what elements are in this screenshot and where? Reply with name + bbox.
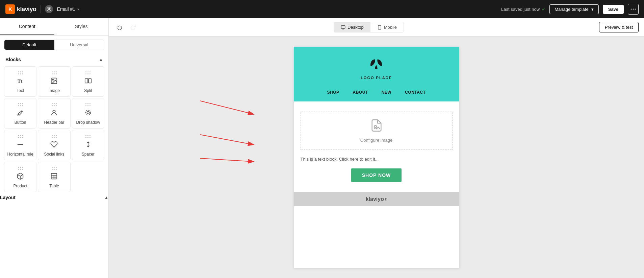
nav-left: K klaviyo Email #1 ▾ xyxy=(5,4,79,14)
manage-template-label: Manage template xyxy=(555,7,588,12)
email-title[interactable]: Email #1 ▾ xyxy=(57,6,79,12)
layout-section-title: Layout xyxy=(0,195,16,200)
editor-toolbar: Desktop Mobile Preview & test xyxy=(109,18,644,37)
block-product-label: Product xyxy=(13,184,27,188)
panel-tabs: Content Styles xyxy=(0,18,108,36)
block-image-label: Image xyxy=(49,88,60,93)
block-drop-shadow-label: Drop shadow xyxy=(76,120,100,125)
drag-handle-dots xyxy=(85,103,91,106)
device-toggle: Desktop Mobile xyxy=(334,22,404,32)
block-horizontal-rule[interactable]: Horizontal rule xyxy=(4,130,36,160)
drag-handle-dots xyxy=(85,135,91,138)
nav-item-about[interactable]: ABOUT xyxy=(353,90,368,95)
drag-handle-dots xyxy=(52,103,57,106)
nav-item-shop[interactable]: SHOP xyxy=(327,90,339,95)
mobile-button[interactable]: Mobile xyxy=(370,22,404,32)
left-panel: Content Styles Default Universal Blocks … xyxy=(0,18,109,278)
preview-test-button[interactable]: Preview & test xyxy=(599,22,639,32)
block-drop-shadow[interactable]: Drop shadow xyxy=(72,98,104,129)
undo-button[interactable] xyxy=(114,22,125,33)
svg-text:Tt: Tt xyxy=(18,78,23,84)
block-button[interactable]: Button xyxy=(4,98,36,129)
layout-section-header: Layout ▲ xyxy=(0,193,108,203)
email-text-block[interactable]: This is a text block. Click here to edit… xyxy=(301,155,453,163)
social-links-block-icon xyxy=(50,141,58,150)
mobile-label: Mobile xyxy=(384,25,397,30)
svg-point-2 xyxy=(631,9,632,10)
redo-button[interactable] xyxy=(128,22,138,33)
block-horizontal-rule-label: Horizontal rule xyxy=(7,152,33,157)
email-preview: LOGO PLACE SHOP ABOUT NEW CONTACT xyxy=(294,47,459,268)
product-block-icon xyxy=(17,172,24,182)
block-split[interactable]: Split xyxy=(72,66,104,97)
drag-handle-dots xyxy=(52,167,57,170)
block-product[interactable]: Product xyxy=(4,162,36,192)
email-footer: klaviyo ® xyxy=(294,192,459,206)
block-header-bar[interactable]: Header bar xyxy=(38,98,70,129)
toggle-universal-button[interactable]: Universal xyxy=(54,40,104,50)
nav-item-contact[interactable]: CONTACT xyxy=(405,90,426,95)
split-block-icon xyxy=(84,77,92,86)
desktop-button[interactable]: Desktop xyxy=(334,22,370,32)
block-split-label: Split xyxy=(84,88,92,93)
blocks-grid: Tt Text Image xyxy=(0,65,108,193)
email-navigation: SHOP ABOUT NEW CONTACT xyxy=(294,87,459,101)
center-area: Desktop Mobile Preview & test xyxy=(109,18,644,278)
block-table[interactable]: Table xyxy=(38,162,70,192)
logo-leaves-icon xyxy=(367,57,386,73)
email-logo: LOGO PLACE xyxy=(361,57,392,80)
block-spacer-label: Spacer xyxy=(82,152,95,157)
header-bar-block-icon xyxy=(50,109,58,118)
main-layout: Content Styles Default Universal Blocks … xyxy=(0,18,644,278)
svg-rect-8 xyxy=(85,79,88,83)
svg-line-28 xyxy=(200,101,254,114)
email-header-section: LOGO PLACE xyxy=(294,47,459,87)
configure-image-block[interactable]: Configure image xyxy=(301,112,453,150)
svg-rect-9 xyxy=(88,79,91,83)
toggle-default-button[interactable]: Default xyxy=(4,40,54,50)
top-navigation: K klaviyo Email #1 ▾ Last saved just now… xyxy=(0,0,644,18)
layout-chevron-up-icon[interactable]: ▲ xyxy=(104,195,108,200)
button-block-icon xyxy=(17,109,24,118)
svg-point-11 xyxy=(53,110,55,113)
brand-name: klaviyo xyxy=(17,6,36,13)
svg-point-0 xyxy=(47,7,51,11)
block-text-label: Text xyxy=(17,88,24,93)
brand-logo: K klaviyo xyxy=(5,4,36,14)
tab-styles[interactable]: Styles xyxy=(54,18,109,35)
block-header-bar-label: Header bar xyxy=(44,120,64,125)
logo-icon: K xyxy=(5,4,15,14)
blocks-section-title: Blocks xyxy=(5,57,21,62)
svg-line-30 xyxy=(200,158,254,162)
footer-brand-text: klaviyo xyxy=(366,196,384,202)
svg-point-3 xyxy=(633,9,634,10)
svg-point-12 xyxy=(85,110,91,115)
shop-now-button[interactable]: SHOP NOW xyxy=(351,168,402,182)
image-block-icon xyxy=(50,77,58,86)
klaviyo-footer-logo: klaviyo ® xyxy=(366,196,387,202)
drag-handle-dots xyxy=(85,71,91,74)
drag-handle-dots xyxy=(18,103,23,106)
blocks-chevron-up-icon[interactable]: ▲ xyxy=(99,57,103,62)
desktop-label: Desktop xyxy=(347,25,364,30)
block-social-links[interactable]: Social links xyxy=(38,130,70,160)
tab-content[interactable]: Content xyxy=(0,18,54,35)
nav-separator xyxy=(41,5,41,13)
nav-item-new[interactable]: NEW xyxy=(382,90,392,95)
text-block-icon: Tt xyxy=(17,77,24,86)
drag-handle-dots xyxy=(18,135,23,138)
table-block-icon xyxy=(50,172,58,182)
block-spacer[interactable]: Spacer xyxy=(72,130,104,160)
spacer-block-icon xyxy=(84,141,92,150)
block-image[interactable]: Image xyxy=(38,66,70,97)
drag-handle-dots xyxy=(52,71,57,74)
svg-line-29 xyxy=(200,135,254,145)
block-table-label: Table xyxy=(49,184,59,188)
svg-point-4 xyxy=(635,9,636,10)
manage-template-button[interactable]: Manage template ▾ xyxy=(549,4,598,14)
save-button[interactable]: Save xyxy=(603,5,624,14)
svg-point-13 xyxy=(87,111,89,114)
more-options-button[interactable] xyxy=(628,4,639,15)
compass-icon[interactable] xyxy=(45,5,53,13)
block-text[interactable]: Tt Text xyxy=(4,66,36,97)
